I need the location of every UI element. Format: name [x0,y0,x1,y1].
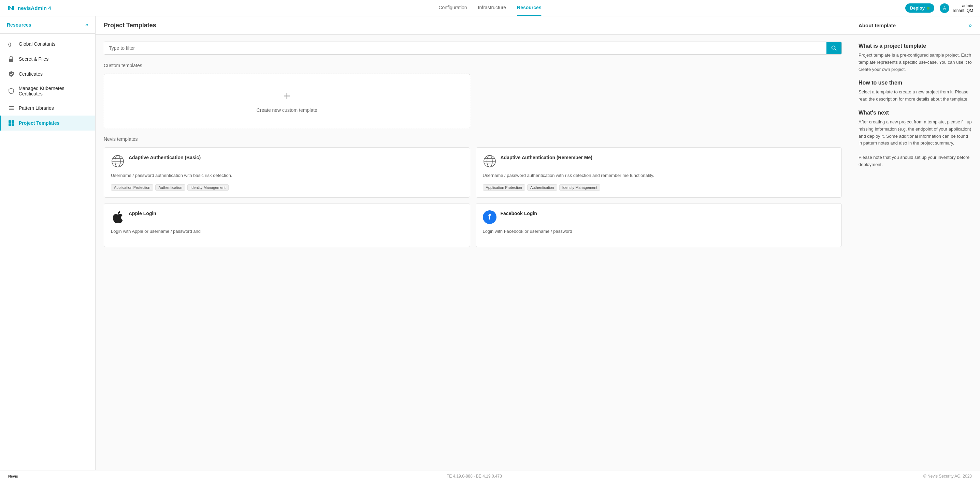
search-input[interactable] [104,42,826,54]
deploy-button[interactable]: Deploy [905,3,934,13]
svg-rect-5 [8,121,11,123]
nav-configuration[interactable]: Configuration [439,0,467,16]
svg-rect-7 [8,124,11,126]
card-description: Login with Apple or username / password … [111,228,463,235]
sidebar-item-secret-files[interactable]: Secret & Files [0,51,95,67]
template-card-apple-login[interactable]: Apple Login Login with Apple or username… [104,203,470,247]
svg-point-9 [832,46,835,49]
footer-copyright: © Nevis Security AG, 2023 [923,474,972,479]
tag-identity-management: Identity Management [187,184,229,190]
sidebar-header: Resources « [0,16,95,34]
sidebar-item-label: Project Templates [19,121,60,126]
card-title: Facebook Login [501,210,537,216]
card-title: Adaptive Authentication (Remember Me) [501,154,592,160]
sidebar-nav: {} Global Constants Secret & Files Certi… [0,34,95,470]
search-button[interactable] [826,42,842,54]
sidebar-item-label: Pattern Libraries [19,105,54,111]
template-card-facebook-login[interactable]: f Facebook Login Login with Facebook or … [476,203,842,247]
footer-version: FE 4.19.0-888 · BE 4.19.0.473 [447,474,502,479]
nav-resources[interactable]: Resources [517,0,541,16]
create-custom-template-card[interactable]: + Create new custom template [104,74,470,128]
sidebar-item-label: Secret & Files [19,56,48,62]
about-panel-title: About template [859,22,896,28]
about-section-text-3: After creating a new project from a temp… [859,119,972,168]
tag-authentication: Authentication [527,184,557,190]
braces-icon: {} [8,41,15,48]
plus-icon: + [283,89,290,103]
svg-rect-1 [9,59,13,62]
tag-identity-management: Identity Management [559,184,601,190]
facebook-icon: f [483,210,496,224]
panel-body: Custom templates + Create new custom tem… [95,35,850,470]
custom-templates-grid: + Create new custom template [104,74,842,128]
panel-header: Project Templates [95,16,850,35]
card-title: Apple Login [129,210,156,216]
svg-rect-8 [11,124,14,126]
shield-icon [8,87,15,94]
create-card-label: Create new custom template [256,107,317,113]
nevis-logo-icon [7,4,15,12]
sidebar-item-label: Global Constants [19,41,55,47]
about-panel-body: What is a project template Project templ… [850,35,980,470]
nevis-templates-grid: Adaptive Authentication (Basic) Username… [104,147,842,247]
sidebar-item-label: Managed Kubernetes Certificates [19,86,88,97]
nevis-templates-section-title: Nevis templates [104,136,842,142]
lock-icon [8,55,15,62]
svg-rect-4 [9,109,14,110]
svg-rect-3 [9,108,14,108]
list-icon [8,105,15,111]
sidebar-item-label: Certificates [19,71,43,77]
nav-infrastructure[interactable]: Infrastructure [478,0,506,16]
user-tenant: Tenant: QM [952,8,973,13]
top-nav: nevisAdmin 4 Configuration Infrastructur… [0,0,980,16]
card-header: Adaptive Authentication (Basic) [111,154,463,168]
sidebar: Resources « {} Global Constants Secret &… [0,16,95,470]
user-info: admin Tenant: QM [952,3,973,13]
card-description: Username / password authentication with … [111,172,463,179]
card-tags: Application Protection Authentication Id… [483,184,835,190]
search-icon [831,45,837,51]
app-name: nevisAdmin 4 [18,5,51,11]
custom-templates-section-title: Custom templates [104,63,842,68]
about-section-title-1: What is a project template [859,43,972,49]
content-area: Project Templates Custom templates [95,16,980,470]
apple-icon [111,210,124,224]
sidebar-item-pattern-libraries[interactable]: Pattern Libraries [0,101,95,116]
template-card-adaptive-auth-remember[interactable]: Adaptive Authentication (Remember Me) Us… [476,147,842,198]
svg-text:{}: {} [8,41,11,47]
about-section-title-2: How to use them [859,80,972,86]
about-section-title-3: What's next [859,110,972,116]
grid-icon [8,120,15,127]
svg-rect-2 [9,106,14,107]
footer-logo: Nevis [8,473,25,479]
about-section-text-2: Select a template to create a new projec… [859,89,972,103]
sidebar-item-global-constants[interactable]: {} Global Constants [0,36,95,51]
card-header: f Facebook Login [483,210,835,224]
user-area: A admin Tenant: QM [940,3,973,13]
template-card-adaptive-auth-basic[interactable]: Adaptive Authentication (Basic) Username… [104,147,470,198]
expand-icon[interactable]: » [969,22,972,29]
about-panel-header: About template » [850,16,980,35]
sidebar-title: Resources [7,22,32,28]
deploy-status-dot [927,7,929,10]
sidebar-item-managed-k8s[interactable]: Managed Kubernetes Certificates [0,81,95,101]
card-description: Username / password authentication with … [483,172,835,179]
card-header: Apple Login [111,210,463,224]
main-panel: Project Templates Custom templates [95,16,850,470]
tag-authentication: Authentication [155,184,185,190]
svg-rect-6 [11,121,14,123]
deploy-label: Deploy [910,5,925,11]
tag-app-protection: Application Protection [483,184,525,190]
collapse-button[interactable]: « [85,22,88,28]
sidebar-item-project-templates[interactable]: Project Templates [0,116,95,130]
panel-title: Project Templates [104,22,156,29]
globe-icon [111,154,124,168]
top-nav-right: Deploy A admin Tenant: QM [905,3,973,13]
app-brand: nevisAdmin 4 [7,4,51,12]
globe-icon [483,154,496,168]
user-avatar: A [940,3,949,13]
card-title: Adaptive Authentication (Basic) [129,154,200,160]
sidebar-item-certificates[interactable]: Certificates [0,67,95,81]
card-description: Login with Facebook or username / passwo… [483,228,835,235]
svg-text:Nevis: Nevis [8,474,18,478]
